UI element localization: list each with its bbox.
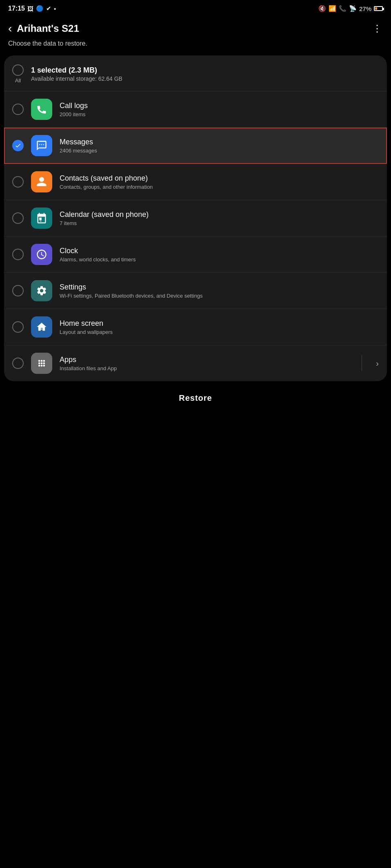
call-logs-title: Call logs: [60, 102, 379, 110]
home-screen-icon: S: [31, 316, 52, 338]
account-circle-icon: 🔵: [36, 5, 44, 12]
messages-icon: [31, 135, 52, 156]
page-title: Arihant's S21: [17, 23, 372, 34]
apps-icon: [31, 353, 52, 374]
status-right: 🔇 📶 📞 📡 27%: [318, 5, 383, 12]
settings-subtitle: Wi-Fi settings, Paired Bluetooth devices…: [60, 293, 379, 299]
header: ‹ Arihant's S21 ⋮: [0, 15, 391, 38]
all-label: All: [15, 77, 21, 84]
contacts-info: Contacts (saved on phone) Contacts, grou…: [60, 174, 379, 190]
svg-rect-2: [43, 144, 44, 145]
all-info: 1 selected (2.3 MB) Available internal s…: [31, 66, 379, 82]
svg-point-9: [41, 362, 43, 364]
list-item-call-logs[interactable]: Call logs 2000 items: [4, 91, 387, 128]
all-radio-button[interactable]: [12, 64, 24, 76]
wifi-icon: 📶: [329, 5, 336, 12]
call-logs-icon: [31, 99, 52, 120]
svg-text:6: 6: [40, 219, 42, 223]
list-item-contacts[interactable]: Contacts (saved on phone) Contacts, grou…: [4, 164, 387, 200]
check-icon: ✔: [46, 5, 51, 12]
messages-info: Messages 2406 messages: [60, 138, 379, 154]
contacts-subtitle: Contacts, groups, and other information: [60, 184, 379, 190]
more-options-button[interactable]: ⋮: [372, 23, 383, 34]
status-time: 17:15: [8, 5, 25, 12]
status-bar: 17:15 🖼 🔵 ✔ • 🔇 📶 📞 📡 27%: [0, 0, 391, 15]
messages-subtitle: 2406 messages: [60, 148, 379, 154]
calendar-title: Calendar (saved on phone): [60, 210, 379, 219]
list-item-apps[interactable]: Apps Installation files and App ›: [4, 345, 387, 381]
svg-rect-1: [41, 144, 42, 145]
apps-radio[interactable]: [12, 358, 24, 369]
calendar-info: Calendar (saved on phone) 7 items: [60, 210, 379, 226]
settings-title: Settings: [60, 283, 379, 292]
svg-point-7: [43, 360, 45, 362]
svg-point-12: [41, 365, 43, 367]
apps-chevron-icon[interactable]: ›: [376, 359, 379, 368]
home-screen-radio[interactable]: [12, 321, 24, 333]
dot-icon: •: [54, 5, 56, 12]
all-radio-col: All: [12, 64, 24, 84]
mute-icon: 🔇: [318, 5, 326, 12]
svg-point-6: [41, 360, 43, 362]
settings-icon: [31, 280, 52, 301]
svg-rect-0: [39, 144, 40, 145]
list-item-calendar[interactable]: 6 Calendar (saved on phone) 7 items: [4, 200, 387, 236]
apps-subtitle: Installation files and App: [60, 365, 351, 371]
settings-radio[interactable]: [12, 285, 24, 296]
svg-point-13: [43, 365, 45, 367]
back-button[interactable]: ‹: [8, 22, 12, 35]
page-subtitle: Choose the data to restore.: [0, 38, 391, 55]
calendar-radio[interactable]: [12, 212, 24, 224]
svg-point-5: [38, 360, 40, 362]
selected-count: 1 selected (2.3 MB): [31, 66, 379, 75]
home-screen-info: Home screen Layout and wallpapers: [60, 319, 379, 335]
apps-info: Apps Installation files and App: [60, 356, 351, 371]
photo-icon: 🖼: [27, 5, 33, 12]
messages-radio-checked[interactable]: [12, 140, 24, 151]
home-screen-title: Home screen: [60, 319, 379, 328]
storage-info: Available internal storage: 62.64 GB: [31, 75, 379, 82]
home-screen-subtitle: Layout and wallpapers: [60, 329, 379, 335]
list-item-clock[interactable]: Clock Alarms, world clocks, and timers: [4, 236, 387, 273]
battery-icon: [374, 6, 383, 11]
apps-divider: [362, 355, 362, 371]
list-item-messages[interactable]: Messages 2406 messages: [4, 128, 387, 164]
call-logs-radio[interactable]: [12, 104, 24, 115]
status-left: 17:15 🖼 🔵 ✔ •: [8, 5, 56, 12]
restore-button[interactable]: Restore: [179, 393, 212, 403]
clock-subtitle: Alarms, world clocks, and timers: [60, 256, 379, 263]
contacts-icon: [31, 171, 52, 192]
data-list-card: All 1 selected (2.3 MB) Available intern…: [4, 55, 387, 381]
settings-info: Settings Wi-Fi settings, Paired Bluetoot…: [60, 283, 379, 299]
signal-icon: 📡: [349, 5, 357, 12]
clock-info: Clock Alarms, world clocks, and timers: [60, 247, 379, 263]
list-item-home-screen[interactable]: S Home screen Layout and wallpapers: [4, 309, 387, 345]
messages-title: Messages: [60, 138, 379, 146]
clock-radio[interactable]: [12, 249, 24, 260]
restore-bar: Restore: [0, 381, 391, 419]
svg-text:S: S: [40, 327, 43, 331]
calendar-icon: 6: [31, 208, 52, 229]
call-icon: 📞: [339, 5, 347, 12]
battery-pct: 27%: [359, 5, 371, 12]
calendar-subtitle: 7 items: [60, 220, 379, 226]
contacts-title: Contacts (saved on phone): [60, 174, 379, 183]
list-item-settings[interactable]: Settings Wi-Fi settings, Paired Bluetoot…: [4, 273, 387, 309]
svg-point-10: [43, 362, 45, 364]
call-logs-info: Call logs 2000 items: [60, 102, 379, 117]
clock-icon: [31, 244, 52, 265]
svg-point-11: [38, 365, 40, 367]
all-row[interactable]: All 1 selected (2.3 MB) Available intern…: [4, 55, 387, 91]
clock-title: Clock: [60, 247, 379, 255]
svg-point-8: [38, 362, 40, 364]
contacts-radio[interactable]: [12, 176, 24, 188]
call-logs-subtitle: 2000 items: [60, 111, 379, 117]
apps-title: Apps: [60, 356, 351, 364]
